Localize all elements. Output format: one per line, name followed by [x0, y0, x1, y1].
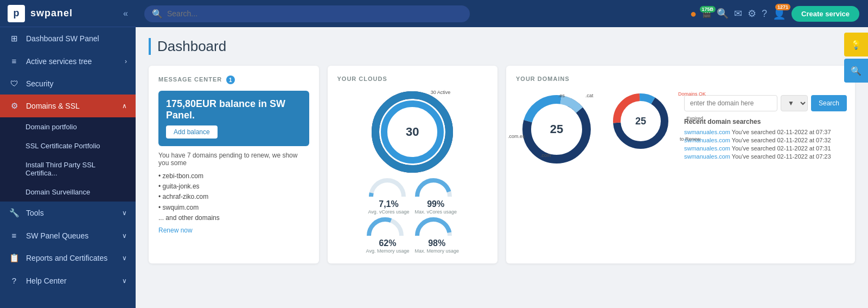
search-top-icon[interactable]: 🔍: [717, 8, 729, 20]
domains-pending-text: You have 7 domains pending to renew, we …: [158, 152, 309, 167]
domain-tag-es: .es: [558, 93, 565, 98]
domain-tld-select[interactable]: ▼: [781, 95, 808, 111]
sidebar-item-domain-surveillance[interactable]: Domain Surveillance: [0, 183, 136, 202]
sidebar-item-security[interactable]: 🛡 Security: [0, 72, 136, 95]
chevron-down-reports-icon: ∨: [122, 254, 127, 262]
settings-icon[interactable]: ⚙: [748, 8, 756, 20]
domain-search-button[interactable]: Search: [811, 95, 847, 111]
search-icon: 🔍: [152, 9, 163, 19]
domain-search-input[interactable]: [684, 95, 777, 111]
chevron-down-help-icon: ∨: [122, 277, 127, 285]
sidebar-item-help-center[interactable]: ? Help Center ∨: [0, 269, 136, 292]
messages-icon[interactable]: ✉: [734, 8, 742, 20]
chevron-right-icon: ›: [125, 58, 127, 65]
help-icon: ?: [9, 276, 20, 285]
clouds-count: 30: [406, 125, 419, 139]
memory-max: 98% Max. Memory usage: [414, 217, 459, 254]
clouds-donut: 30 30 Active: [369, 89, 456, 175]
sidebar-item-active-services[interactable]: ≡ Active services tree ›: [0, 50, 136, 72]
balance-box: 175,80EUR balance in SW Panel. Add balan…: [158, 91, 309, 146]
dashboard-grid: MESSAGE CENTER 1 175,80EUR balance in SW…: [149, 66, 855, 263]
sidebar-item-install-ssl[interactable]: Install Third Party SSL Certifica...: [0, 155, 136, 183]
topbar-icons: ● 🎬 175B 🔍 ✉ ⚙ ? 👤 1271 Create service: [690, 6, 859, 22]
your-domains-title: YOUR DOMAINS: [516, 76, 845, 82]
recent-item-2: swmanuales.com You've searched 02-11-202…: [684, 137, 847, 143]
sidebar-item-reports[interactable]: 📋 Reports and Certificates ∨: [0, 247, 136, 269]
chevron-up-icon: ∧: [122, 102, 127, 110]
message-center-title: MESSAGE CENTER 1: [158, 76, 309, 84]
domains-ok-label: Domains OK: [678, 91, 706, 97]
logo-box: p: [8, 5, 25, 22]
active-services-icon: ≡: [9, 56, 20, 66]
domains-count-2: 25: [635, 116, 646, 127]
topbar: 🔍 ● 🎬 175B 🔍 ✉ ⚙ ? 👤 1271 Create service: [136, 0, 868, 27]
chevron-down-queues-icon: ∨: [122, 232, 127, 240]
reports-icon: 📋: [9, 253, 20, 263]
sidebar-item-sw-panel-queues[interactable]: ≡ SW Panel Queues ∨: [0, 224, 136, 247]
sidebar-item-ssl-certificate[interactable]: SSL Certificate Portfolio: [0, 136, 136, 155]
help-top-icon[interactable]: ?: [762, 8, 767, 20]
recent-item-1: swmanuales.com You've searched 02-11-202…: [684, 129, 847, 135]
memory-stats: 62% Avg. Memory usage 98% Max. Memory us…: [366, 217, 459, 254]
your-clouds-title: YOUR CLOUDS: [337, 76, 488, 82]
recent-searches: Recent domain searches swmanuales.com Yo…: [684, 118, 847, 160]
vcores-max: 99% Max. vCores usage: [414, 178, 457, 215]
domains-ssl-submenu: Domain portfolio SSL Certificate Portfol…: [0, 117, 136, 202]
sidebar-item-tools[interactable]: 🔧 Tools ∨: [0, 202, 136, 224]
domain-search-row: ▼ Search: [684, 95, 847, 111]
sidebar-item-domain-portfolio[interactable]: Domain portfolio: [0, 117, 136, 136]
sidebar: p swpanel « ⊞ Dashboard SW Panel ≡ Activ…: [0, 0, 136, 308]
memory-avg: 62% Avg. Memory usage: [366, 217, 410, 254]
float-search-button[interactable]: 🔍: [844, 59, 868, 83]
float-lightbulb-button[interactable]: 💡: [844, 33, 868, 56]
active-label: 30 Active: [431, 90, 451, 95]
queues-icon: ≡: [9, 231, 20, 240]
sidebar-item-domains-ssl[interactable]: ⚙ Domains & SSL ∧: [0, 95, 136, 117]
page-title: Dashboard: [149, 38, 855, 55]
domains-count: 25: [550, 122, 563, 136]
badge-175b-icon[interactable]: 🎬 175B: [702, 9, 711, 18]
search-input[interactable]: [167, 9, 462, 18]
user-icon[interactable]: 👤 1271: [773, 7, 786, 20]
sidebar-item-dashboard[interactable]: ⊞ Dashboard SW Panel: [0, 27, 136, 50]
your-domains-card: YOUR DOMAINS 25 .es .cat .com.es .com: [506, 66, 855, 263]
sidebar-header: p swpanel «: [0, 0, 136, 27]
to-renew-label: to Renew: [680, 136, 700, 142]
domains-list: • zebi-tbon.com • guita-jonk.es • achraf…: [158, 171, 309, 223]
add-balance-button[interactable]: Add balance: [166, 125, 218, 139]
message-center-card: MESSAGE CENTER 1 175,80EUR balance in SW…: [149, 66, 319, 263]
your-clouds-card: YOUR CLOUDS 30 30 Active: [328, 66, 498, 263]
recent-item-3: swmanuales.com You've searched 02-11-202…: [684, 145, 847, 152]
recent-item-4: swmanuales.com You've searched 02-11-202…: [684, 153, 847, 160]
tools-icon: 🔧: [9, 208, 20, 218]
renew-now-link[interactable]: Renew now: [158, 227, 309, 234]
dashboard-icon: ⊞: [9, 34, 20, 43]
balance-amount: 175,80EUR balance in SW Panel.: [166, 98, 302, 121]
create-service-button[interactable]: Create service: [792, 6, 859, 22]
expired-label: Expired: [686, 116, 703, 121]
main-content: Dashboard MESSAGE CENTER 1 175,80EUR bal…: [136, 27, 868, 308]
notifications-icon[interactable]: ●: [690, 8, 697, 20]
collapse-icon[interactable]: «: [123, 9, 128, 18]
domain-tag-com: .com: [540, 153, 551, 158]
vcores-stats: 7,1% Avg. vCores usage 99% Max. vCores u…: [368, 178, 457, 215]
vcores-avg: 7,1% Avg. vCores usage: [368, 178, 410, 215]
chevron-down-tools-icon: ∨: [122, 209, 127, 217]
search-box[interactable]: 🔍: [144, 5, 470, 22]
recent-searches-title: Recent domain searches: [684, 118, 847, 125]
domain-tag-comes: .com.es: [508, 134, 525, 139]
domain-tag-cat: .cat: [585, 93, 593, 98]
domains-ssl-icon: ⚙: [9, 101, 20, 111]
logo-text: swpanel: [30, 8, 73, 19]
security-icon: 🛡: [9, 79, 20, 88]
